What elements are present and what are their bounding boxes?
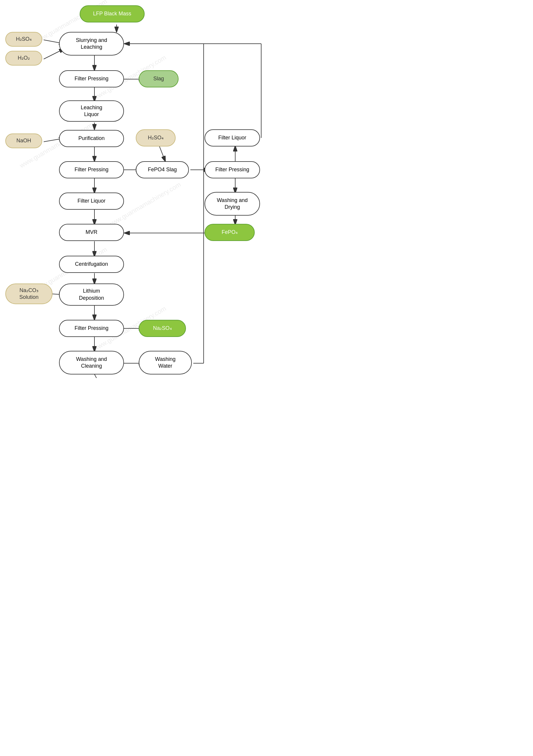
node-filter-liquor-main: Filter Liquor	[59, 193, 124, 210]
node-washing-water: WashingWater	[139, 351, 192, 374]
node-filter-pressing-2: Filter Pressing	[59, 161, 124, 178]
node-na2so4: Na₂SO₄	[139, 320, 186, 337]
node-h2so4-2: H₂SO₄	[136, 129, 176, 147]
node-mvr: MVR	[59, 224, 124, 241]
svg-line-10	[159, 146, 165, 161]
node-leaching-liquor: LeachingLiquor	[59, 100, 124, 122]
node-lithium-deposition: LithiumDeposition	[59, 284, 124, 306]
node-fepo4-slag: FePO4 Slag	[136, 161, 189, 178]
node-centrifugation: Centrifugation	[59, 256, 124, 273]
node-filter-pressing-1: Filter Pressing	[59, 70, 124, 87]
node-slag: Slag	[139, 70, 179, 87]
diagram-container: www.guanmamachinery.com www.guanmamachin…	[0, 0, 267, 378]
node-fepo4: FePO₄	[205, 224, 255, 241]
node-slurrying: Slurrying andLeaching	[59, 32, 124, 56]
node-h2o2: H₂O₂	[5, 51, 42, 66]
node-washing-drying: Washing andDrying	[205, 192, 260, 216]
node-filter-liquor-right: Filter Liquor	[205, 129, 260, 147]
node-naoh: NaOH	[5, 133, 42, 148]
node-purification: Purification	[59, 130, 124, 147]
node-h2so4-1: H₂SO₄	[5, 32, 42, 47]
node-filter-pressing-3: Filter Pressing	[59, 320, 124, 337]
node-na2co3: Na₂CO₃Solution	[5, 284, 53, 304]
node-washing-cleaning: Washing andCleaning	[59, 351, 124, 374]
node-lfp-black-mass: LFP Black Mass	[80, 5, 145, 22]
node-filter-pressing-right: Filter Pressing	[205, 161, 260, 178]
svg-line-31	[94, 374, 102, 378]
